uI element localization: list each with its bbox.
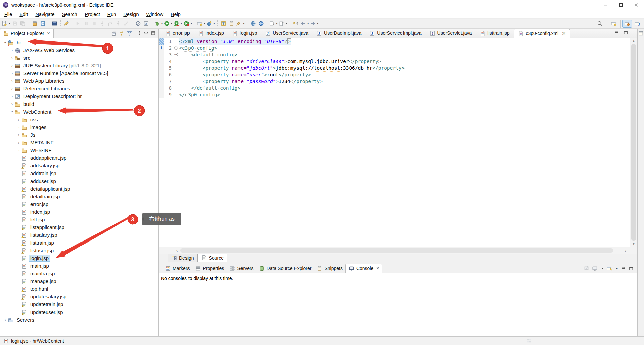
chevron-collapsed-icon[interactable]: ›	[16, 125, 21, 130]
tree-item-build[interactable]: ›build	[0, 100, 158, 108]
new-wizard-button[interactable]: ▼	[2, 20, 11, 28]
tree-item-detailapplicant-jsp[interactable]: detailapplicant.jsp	[0, 185, 158, 193]
editor-tab-index-jsp[interactable]: index.jsp	[194, 29, 228, 38]
editor-tab-login-jsp[interactable]: login.jsp	[228, 29, 261, 38]
tree-item-adduser-jsp[interactable]: adduser.jsp	[0, 177, 158, 185]
skip-breakpoints-button[interactable]	[135, 20, 142, 28]
java-perspective-button[interactable]: J	[633, 20, 642, 28]
editor-tab-error-jsp[interactable]: error.jsp	[161, 29, 194, 38]
menu-item-edit[interactable]: Edit	[16, 10, 32, 19]
menu-item-window[interactable]: Window	[143, 10, 167, 19]
collapse-all-button[interactable]	[111, 30, 117, 36]
tree-item-listuser-jsp[interactable]: listuser.jsp	[0, 247, 158, 254]
scroll-up-arrow[interactable]: ▲	[630, 38, 637, 44]
forward-button[interactable]: ▼	[310, 20, 319, 28]
open-type-button[interactable]	[220, 20, 227, 28]
coverage-button[interactable]: ▼	[174, 20, 183, 28]
tree-item-addtrain-jsp[interactable]: addtrain.jsp	[0, 169, 158, 177]
profile-button[interactable]: ▼	[183, 20, 193, 28]
chevron-collapsed-icon[interactable]: ›	[9, 101, 15, 107]
tree-item-error-jsp[interactable]: error.jsp	[0, 200, 158, 208]
page-tab-source[interactable]: Source	[198, 254, 227, 262]
minimize-console-button[interactable]	[621, 266, 626, 271]
dropdown-arrow-icon[interactable]: ▼	[213, 22, 216, 25]
design-perspective-button[interactable]	[622, 20, 632, 28]
tree-item-jre-system-library[interactable]: ›JRE System Library [jdk1.8.0_321]	[0, 62, 158, 69]
tree-item-webcontent[interactable]: ›WebContent	[0, 108, 158, 116]
scroll-down-arrow[interactable]: ▼	[630, 241, 637, 247]
console-tab-data-source-explorer[interactable]: Data Source Explorer	[256, 264, 314, 273]
search-button[interactable]	[595, 20, 604, 28]
editor-tab-c3p0-config-xml[interactable]: c3p0-config.xml✕	[514, 29, 570, 38]
disconnect-button[interactable]	[123, 20, 130, 28]
menu-item-search[interactable]: Search	[58, 10, 81, 19]
tree-item-updatesalary-jsp[interactable]: updatesalary.jsp	[0, 293, 158, 300]
pin-console-button[interactable]	[584, 266, 589, 271]
open-perspective-button[interactable]	[609, 20, 621, 28]
dropdown-arrow-icon[interactable]: ▼	[203, 22, 206, 25]
chevron-collapsed-icon[interactable]: ›	[16, 148, 21, 153]
mark-occurrences-button[interactable]: ▼	[236, 20, 245, 28]
close-icon[interactable]: ✕	[376, 266, 379, 271]
step-into-button[interactable]	[99, 20, 106, 28]
menu-item-run[interactable]: Run	[104, 10, 120, 19]
pen-button[interactable]	[63, 20, 70, 28]
tree-item-listsalary-jsp[interactable]: listsalary.jsp	[0, 231, 158, 239]
clipboard-button[interactable]	[228, 20, 235, 28]
editor-vertical-scrollbar[interactable]: ▲ ▼	[630, 38, 637, 247]
last-edit-location-button[interactable]	[292, 20, 300, 28]
terminate-button[interactable]	[91, 20, 98, 28]
xml-source-editor[interactable]: 1<?xml version="1.0" encoding="UTF-8"?>i…	[159, 38, 630, 247]
maximize-editor-button[interactable]	[623, 30, 628, 35]
run-button[interactable]: ▼	[164, 20, 173, 28]
window-maximize-button[interactable]	[613, 0, 629, 10]
tree-item-addapplicant-jsp[interactable]: addapplicant.jsp	[0, 154, 158, 162]
window-close-button[interactable]	[629, 0, 644, 10]
minimize-editor-button[interactable]	[614, 30, 619, 35]
tree-item-jax-ws-web-services[interactable]: ›JAX-WS Web Services	[0, 46, 158, 54]
console-tab-servers[interactable]: Servers	[227, 264, 256, 273]
dropdown-arrow-icon[interactable]: ▼	[242, 22, 245, 25]
dropdown-arrow-icon[interactable]: ▼	[316, 22, 319, 25]
chevron-collapsed-icon[interactable]: ›	[16, 117, 21, 122]
tree-item-mainfra-jsp[interactable]: mainfra.jsp	[0, 270, 158, 277]
scrollbar-thumb[interactable]	[631, 44, 636, 241]
editor-tab-userservice-java[interactable]: JUserService.java	[261, 29, 312, 38]
fold-minus-icon[interactable]: −	[174, 46, 178, 50]
menu-item-file[interactable]: File	[1, 10, 16, 19]
filter-button[interactable]	[127, 30, 132, 36]
tree-item-css[interactable]: ›css	[0, 116, 158, 123]
external-tools-button[interactable]	[143, 20, 150, 28]
tree-item-index-jsp[interactable]: index.jsp	[0, 208, 158, 216]
open-console-button[interactable]	[606, 266, 612, 271]
dropdown-arrow-icon[interactable]: ▼	[180, 22, 183, 25]
prev-annotation-button[interactable]: ▼	[279, 20, 288, 28]
tree-item-web-app-libraries[interactable]: ›Web App Libraries	[0, 77, 158, 85]
console-view-button[interactable]	[51, 20, 58, 28]
dropdown-arrow-icon[interactable]: ▼	[8, 22, 11, 25]
tree-item-top-html[interactable]: top.html	[0, 285, 158, 293]
javadoc-button[interactable]	[39, 20, 47, 28]
debug-button[interactable]: ▼	[154, 20, 163, 28]
console-tab-console[interactable]: Console✕	[345, 264, 382, 273]
tree-item-referenced-libraries[interactable]: ›Referenced Libraries	[0, 85, 158, 92]
jar-button[interactable]	[31, 20, 39, 28]
close-icon[interactable]: ✕	[562, 31, 566, 36]
scroll-left-arrow[interactable]: ‹	[174, 247, 180, 254]
dropdown-arrow-icon[interactable]: ▼	[170, 22, 173, 25]
tree-item-detailtrain-jsp[interactable]: detailtrain.jsp	[0, 193, 158, 200]
tree-item-meta-inf[interactable]: ›META-INF	[0, 139, 158, 146]
tree-item-listapplicant-jsp[interactable]: listapplicant.jsp	[0, 223, 158, 231]
chevron-collapsed-icon[interactable]: ›	[16, 132, 21, 137]
window-minimize-button[interactable]	[598, 0, 613, 10]
console-tab-markers[interactable]: Markers	[162, 264, 193, 273]
tree-item-login-jsp[interactable]: login.jsp	[0, 254, 158, 262]
suspend-button[interactable]	[83, 20, 90, 28]
save-button[interactable]	[11, 20, 19, 28]
tree-item-listtrain-jsp[interactable]: listtrain.jsp	[0, 239, 158, 247]
dropdown-arrow-icon[interactable]: ▼	[307, 22, 309, 25]
tree-item-server-runtime-apache-tomcat-v8-5[interactable]: ›Server Runtime [Apache Tomcat v8.5]	[0, 69, 158, 77]
page-tab-design[interactable]: Design	[168, 254, 198, 262]
chevron-collapsed-icon[interactable]: ›	[9, 55, 15, 60]
minimize-view-button[interactable]	[144, 31, 149, 36]
